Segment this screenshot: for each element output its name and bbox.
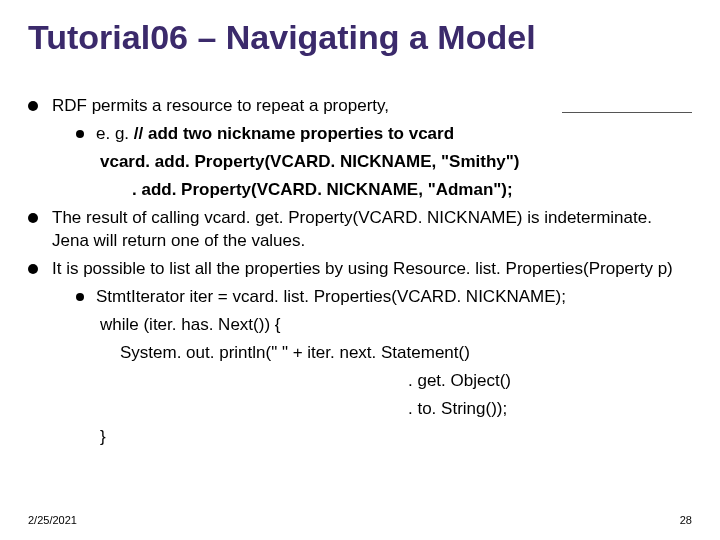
slide-footer: 2/25/2021 28 — [28, 514, 692, 526]
bullet-3-text: It is possible to list all the propertie… — [52, 258, 692, 280]
code-line: System. out. println(" " + iter. next. S… — [120, 342, 692, 364]
footer-date: 2/25/2021 — [28, 514, 77, 526]
bullet-1a-line1: e. g. // add two nickname properties to … — [96, 123, 692, 145]
bullet-2: The result of calling vcard. get. Proper… — [28, 207, 692, 251]
bullet-2-text: The result of calling vcard. get. Proper… — [52, 207, 692, 251]
bullet-1a: e. g. // add two nickname properties to … — [76, 123, 692, 145]
bullet-icon — [28, 213, 38, 223]
bullet-3a-line5: . to. String()); — [408, 398, 692, 420]
bullet-1a-lead: e. g. — [96, 124, 134, 143]
slide-title: Tutorial06 – Navigating a Model — [28, 18, 692, 67]
bullet-1: RDF permits a resource to repeat a prope… — [28, 95, 692, 117]
bullet-1a-line2: vcard. add. Property(VCARD. NICKNAME, "S… — [100, 151, 692, 173]
code-line: . to. String()); — [408, 398, 692, 420]
code-line: . get. Object() — [408, 370, 692, 392]
bullet-icon — [76, 130, 84, 138]
code-line: while (iter. has. Next()) { — [100, 314, 692, 336]
title-rule — [562, 112, 692, 113]
bullet-3a-line6: } — [100, 426, 692, 448]
footer-page: 28 — [680, 514, 692, 526]
bullet-1a-rest: // add two nickname properties to vcard — [134, 124, 454, 143]
bullet-1-text: RDF permits a resource to repeat a prope… — [52, 95, 692, 117]
bullet-1a-line3: . add. Property(VCARD. NICKNAME, "Adman"… — [132, 179, 692, 201]
bullet-3a: StmtIterator iter = vcard. list. Propert… — [76, 286, 692, 308]
bullet-3: It is possible to list all the propertie… — [28, 258, 692, 280]
bullet-icon — [76, 293, 84, 301]
bullet-icon — [28, 264, 38, 274]
bullet-icon — [28, 101, 38, 111]
bullet-1a-cont1: vcard. add. Property(VCARD. NICKNAME, "S… — [76, 151, 692, 173]
slide: Tutorial06 – Navigating a Model RDF perm… — [0, 0, 720, 540]
bullet-1a-cont2: . add. Property(VCARD. NICKNAME, "Adman"… — [76, 179, 692, 201]
slide-body: RDF permits a resource to repeat a prope… — [28, 95, 692, 448]
code-line: } — [100, 426, 692, 448]
bullet-3a-line1: StmtIterator iter = vcard. list. Propert… — [96, 286, 692, 308]
bullet-3a-line4: . get. Object() — [408, 370, 692, 392]
bullet-3a-line2: while (iter. has. Next()) { — [100, 314, 692, 336]
bullet-3a-line3: System. out. println(" " + iter. next. S… — [120, 342, 692, 364]
